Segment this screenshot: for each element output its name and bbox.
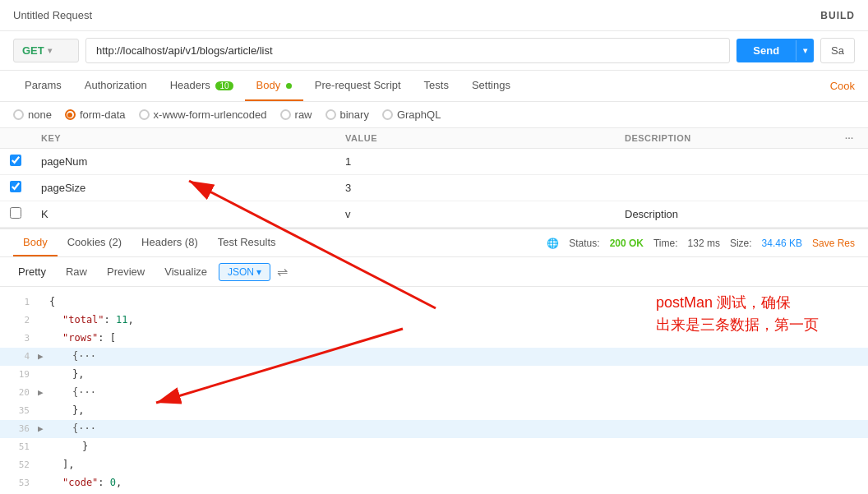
row3-value[interactable]: v: [335, 201, 615, 228]
response-meta: 🌐 Status: 200 OK Time: 132 ms Size: 34.4…: [547, 238, 855, 249]
save-res-button[interactable]: Save Res: [812, 238, 855, 249]
title-bar-left: Untitled Request: [13, 9, 92, 21]
radio-form-data: [65, 109, 76, 120]
params-table: KEY VALUE DESCRIPTION ··· pageNum 1: [0, 128, 868, 228]
headers-badge: 10: [215, 81, 233, 90]
row1-description[interactable]: [615, 149, 835, 175]
row2-checkbox[interactable]: [10, 181, 21, 192]
method-value: GET: [22, 44, 44, 57]
view-tab-raw[interactable]: Raw: [58, 262, 95, 281]
body-type-form-data-label: form-data: [80, 108, 126, 121]
time-label: Time:: [653, 238, 678, 249]
tab-prerequest[interactable]: Pre-request Script: [303, 71, 413, 101]
row3-actions: [835, 201, 868, 228]
row1-checkbox[interactable]: [10, 155, 21, 166]
radio-graphql: [382, 109, 393, 120]
json-line: 2 "total": 11,: [0, 312, 868, 330]
row2-value[interactable]: 3: [335, 175, 615, 201]
row2-checkbox-cell: [0, 175, 31, 201]
body-type-raw-label: raw: [295, 108, 312, 121]
radio-binary: [326, 109, 336, 120]
cookies-link[interactable]: Cook: [830, 72, 855, 100]
table-row: pageNum 1: [0, 149, 868, 175]
tab-headers[interactable]: Headers 10: [159, 71, 245, 101]
send-arrow-icon: ▾: [796, 40, 814, 61]
response-area: Body Cookies (2) Headers (8) Test Result…: [0, 228, 868, 494]
table-row: K v Description: [0, 201, 868, 228]
tab-authorization[interactable]: Authorization: [73, 71, 159, 101]
status-value: 200 OK: [610, 238, 644, 249]
body-dot: [286, 83, 292, 89]
row1-actions: [835, 149, 868, 175]
row1-value[interactable]: 1: [335, 149, 615, 175]
row3-key[interactable]: K: [31, 201, 335, 228]
body-type-graphql-label: GraphQL: [397, 108, 441, 121]
row1-checkbox-cell: [0, 149, 31, 175]
body-type-xwww-label: x-www-form-urlencoded: [154, 108, 267, 121]
method-selector[interactable]: GET ▾: [13, 39, 79, 62]
response-tab-body[interactable]: Body: [13, 229, 58, 256]
json-line: 4 ▶ {···: [0, 348, 868, 366]
send-label: Send: [736, 39, 796, 62]
row3-description[interactable]: Description: [615, 201, 835, 228]
col-value: VALUE: [335, 128, 615, 149]
col-description: DESCRIPTION: [615, 128, 835, 149]
title-bar: Untitled Request BUILD: [0, 0, 868, 31]
response-tab-testresults[interactable]: Test Results: [208, 229, 286, 256]
tab-tests[interactable]: Tests: [413, 71, 460, 101]
body-type-row: none form-data x-www-form-urlencoded raw…: [0, 102, 868, 128]
col-checkbox: [0, 128, 31, 149]
tab-body[interactable]: Body: [245, 71, 303, 101]
body-type-form-data[interactable]: form-data: [65, 108, 126, 121]
body-type-xwww[interactable]: x-www-form-urlencoded: [139, 108, 267, 121]
view-tabs-row: Pretty Raw Preview Visualize JSON ▾ ⇌: [0, 257, 868, 287]
size-value: 34.46 KB: [762, 238, 802, 249]
view-tab-preview[interactable]: Preview: [99, 262, 153, 281]
row2-description[interactable]: [615, 175, 835, 201]
body-type-raw[interactable]: raw: [280, 108, 312, 121]
request-title: Untitled Request: [13, 9, 92, 21]
app-wrapper: Untitled Request BUILD GET ▾ Send ▾ Sa P…: [0, 0, 868, 494]
body-type-graphql[interactable]: GraphQL: [382, 108, 441, 121]
radio-none: [13, 109, 24, 120]
row2-key[interactable]: pageSize: [31, 175, 335, 201]
json-line: 51 }: [0, 438, 868, 456]
body-type-binary[interactable]: binary: [326, 108, 369, 121]
row3-checkbox[interactable]: [10, 207, 21, 219]
json-line: 52 ],: [0, 456, 868, 474]
json-line: 3 "rows": [: [0, 330, 868, 348]
method-chevron-icon: ▾: [48, 46, 52, 55]
json-line: 35 },: [0, 402, 868, 420]
params-table-wrapper: KEY VALUE DESCRIPTION ··· pageNum 1: [0, 128, 868, 228]
radio-raw: [280, 109, 291, 120]
tab-params[interactable]: Params: [13, 71, 73, 101]
response-tab-cookies[interactable]: Cookies (2): [58, 229, 132, 256]
row2-actions: [835, 175, 868, 201]
size-label: Size:: [730, 238, 752, 249]
globe-icon: 🌐: [547, 238, 559, 249]
tab-settings[interactable]: Settings: [460, 71, 522, 101]
time-value: 132 ms: [688, 238, 720, 249]
view-tab-pretty[interactable]: Pretty: [10, 262, 54, 281]
url-input[interactable]: [85, 38, 730, 63]
row1-key[interactable]: pageNum: [31, 149, 335, 175]
json-line: 1 {: [0, 293, 868, 312]
row3-checkbox-cell: [0, 201, 31, 228]
response-tabs-row: Body Cookies (2) Headers (8) Test Result…: [0, 229, 868, 257]
request-tabs: Params Authorization Headers 10 Body Pre…: [0, 71, 868, 102]
body-type-none[interactable]: none: [13, 108, 52, 121]
response-tab-headers[interactable]: Headers (8): [132, 229, 208, 256]
table-row: pageSize 3: [0, 175, 868, 201]
save-button[interactable]: Sa: [820, 38, 855, 63]
format-badge[interactable]: JSON ▾: [219, 263, 270, 281]
col-key: KEY: [31, 128, 335, 149]
body-type-binary-label: binary: [340, 108, 369, 121]
wrap-icon[interactable]: ⇌: [277, 264, 288, 279]
send-button[interactable]: Send ▾: [736, 39, 814, 62]
build-label: BUILD: [820, 10, 855, 21]
radio-xwww: [139, 109, 150, 120]
view-tab-visualize[interactable]: Visualize: [156, 262, 215, 281]
json-line: 19 },: [0, 366, 868, 384]
col-actions: ···: [835, 128, 868, 149]
json-line: 20 ▶ {···: [0, 384, 868, 402]
